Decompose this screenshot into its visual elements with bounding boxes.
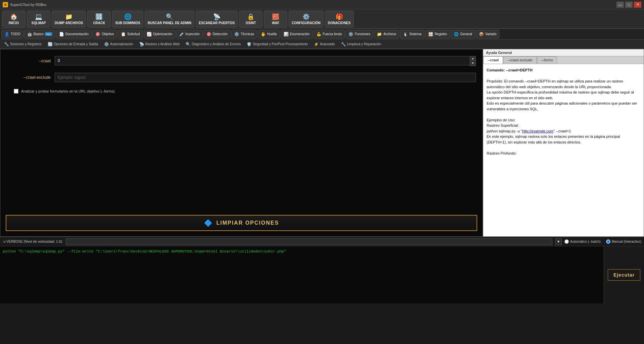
subtab-entrada-salida[interactable]: 🔄 Opciones de Entrada y Salida [45, 40, 101, 48]
forms-checkbox[interactable] [14, 89, 18, 94]
nav-escanear-label: ESCANEAR PUERTOS [199, 21, 235, 25]
forms-checkbox-label: Analizar y probar formularios en la URL … [21, 89, 115, 93]
tab-huella[interactable]: 🖐️ Huella [258, 30, 280, 39]
tab-optimizacion[interactable]: 📈 Optimización [144, 30, 176, 39]
tab-documentacion[interactable]: 📄 Documentación [56, 30, 92, 39]
home-icon: 🏠 [10, 13, 17, 20]
verbose-bar: -v VERBOSE (Nivel de verbosidad: 1-6): ▼… [0, 237, 644, 246]
tab-sistema[interactable]: 🐧 Sistema [400, 30, 425, 39]
help-examples-title: Ejemplos de Uso: [487, 117, 640, 123]
tab-objetivo[interactable]: 🎯 Objetivo [92, 30, 117, 39]
help-command-title: Comando: --crawl=DEPTH [487, 68, 533, 72]
help-title: Ayuda General [483, 49, 644, 56]
nav-donaciones-label: DONACIONES [328, 21, 351, 25]
osint-icon: 🔒 [247, 13, 254, 20]
tab-registro[interactable]: 🪟 Registro [425, 30, 450, 39]
subtab-automatizacion[interactable]: ⚙️ Automatización [101, 40, 136, 48]
example-link[interactable]: http://example.com [522, 129, 553, 133]
nav-inicio-label: INICIO [9, 21, 19, 25]
nav-sqlmap[interactable]: 💻 SQLMAP [27, 11, 50, 27]
verbose-label: -v VERBOSE (Nivel de verbosidad: 1-6): [3, 240, 63, 243]
verbose-input[interactable] [66, 238, 553, 245]
clear-options-button[interactable]: 🔷 LIMPIAR OPCIONES [6, 215, 477, 231]
config-icon: ⚙️ [302, 13, 310, 20]
waf-icon: 🧱 [272, 13, 279, 20]
dump-icon: 📁 [65, 13, 72, 20]
tab-fuerzabruta[interactable]: 💪 Fuerza bruta [313, 30, 345, 39]
nav-dump-label: DUMP ARCHIVOS [55, 21, 83, 25]
radio-manual-input[interactable] [606, 239, 610, 244]
nav-sqlmap-label: SQLMAP [32, 21, 46, 25]
radio-group: Automático (--batch) Manual (Interactivo… [564, 239, 641, 244]
command-text: python "C:\sqlmap\sqlmap.py" --file-writ… [0, 246, 604, 303]
subtab-avanzado[interactable]: ⚡ Avanzado [311, 40, 337, 48]
subtab-sesiones[interactable]: 🔧 Sesiones y Registros [1, 40, 44, 48]
nav-subdominios-label: SUB DOMINIOS [115, 21, 140, 25]
crack-icon: 🔢 [95, 13, 103, 20]
help-para-1: Propósito: El comando --crawl=DEPTH en s… [487, 78, 640, 90]
help-shallow-title: Rastreo Superficial: [487, 123, 640, 128]
subtabs-bar: 🔧 Sesiones y Registros 🔄 Opciones de Ent… [0, 40, 644, 49]
help-tab-crawl-exclude[interactable]: --crawl-exclude [503, 56, 537, 64]
nav-buscar[interactable]: 🔍 BUSCAR PANEL DE ADMIN [145, 11, 194, 27]
tab-deteccion[interactable]: 🎯 Detección [203, 30, 231, 39]
radio-manual-label: Manual (Interactivo) [612, 240, 641, 243]
left-panel: --crawl ▲ ▼ --crawl-exclude Analizar y p… [0, 49, 483, 237]
crawl-spinner[interactable]: ▲ ▼ [55, 56, 476, 66]
command-content: python "C:\sqlmap\sqlmap.py" --file-writ… [3, 249, 286, 253]
nav-donaciones[interactable]: 🎁 DONACIONES [325, 11, 354, 27]
spin-up-button[interactable]: ▲ [470, 56, 476, 61]
verbose-dropdown-button[interactable]: ▼ [555, 238, 562, 245]
top-nav: 🏠 INICIO 💻 SQLMAP 📁 DUMP ARCHIVOS 🔢 CRAC… [0, 9, 644, 29]
maximize-button[interactable]: □ [625, 2, 633, 8]
crawl-exclude-input[interactable] [55, 73, 476, 82]
radio-automatico-input[interactable] [564, 239, 569, 244]
donaciones-icon: 🎁 [336, 13, 343, 20]
crawl-input[interactable] [55, 56, 470, 65]
right-panel: Ayuda General --crawl --crawl-exclude --… [483, 49, 644, 237]
help-para-3: Esto es especialmente útil para descubri… [487, 101, 640, 112]
bottom-area: -v VERBOSE (Nivel de verbosidad: 1-6): ▼… [0, 237, 644, 303]
tab-general[interactable]: 🌐 General [451, 30, 475, 39]
nav-config[interactable]: ⚙️ CONFIGURACIÓN [289, 11, 324, 27]
eraser-icon: 🔷 [204, 219, 213, 227]
nav-osint-label: OSINT [246, 21, 256, 25]
tab-todo[interactable]: 👤 TODO [1, 30, 23, 39]
subtab-rastreo[interactable]: 📡 Rastreo y Análisis Web [137, 40, 183, 48]
nav-escanear[interactable]: 📡 ESCANEAR PUERTOS [196, 11, 238, 27]
tab-funciones[interactable]: ⚙️ Funciones [345, 30, 373, 39]
minimize-button[interactable]: — [616, 2, 624, 8]
execute-button[interactable]: Ejecutar [608, 269, 640, 281]
radio-automatico[interactable]: Automático (--batch) [564, 239, 601, 244]
nav-waf[interactable]: 🧱 WAF [264, 11, 287, 27]
tab-solicitud[interactable]: 📋 Solicitud [118, 30, 143, 39]
help-shallow-cmd: python sqlmap.py -u "http://example.com"… [487, 128, 640, 134]
nav-inicio[interactable]: 🏠 INICIO [2, 11, 26, 27]
close-button[interactable]: ✕ [634, 2, 641, 8]
subtab-limpieza[interactable]: 🔧 Limpieza y Reparación [338, 40, 384, 48]
subtab-seguridad[interactable]: 🛡️ Seguridad y Pre/Post Procesamiento [244, 40, 310, 48]
spin-down-button[interactable]: ▼ [470, 61, 476, 66]
nav-dump[interactable]: 📁 DUMP ARCHIVOS [52, 11, 86, 27]
subtab-diagnostico[interactable]: 🔍 Diagnóstico y Análisis de Errores [183, 40, 243, 48]
tab-archivos[interactable]: 📁 Archivos [374, 30, 399, 39]
nav-subdominios[interactable]: 🌐 SUB DOMINIOS [112, 11, 143, 27]
main-content: --crawl ▲ ▼ --crawl-exclude Analizar y p… [0, 49, 644, 237]
tab-variado[interactable]: 📦 Variado [476, 30, 500, 39]
clear-btn-row: 🔷 LIMPIAR OPCIONES [6, 215, 477, 231]
tab-enumeracion[interactable]: 📊 Enumeración [281, 30, 313, 39]
clear-btn-label: LIMPIAR OPCIONES [216, 220, 279, 226]
title-bar-controls[interactable]: — □ ✕ [616, 2, 641, 8]
sqlmap-icon: 💻 [35, 13, 42, 20]
help-tab-crawl[interactable]: --crawl [483, 56, 503, 64]
help-tab-forms[interactable]: --forms [537, 56, 557, 64]
tab-inyeccion[interactable]: 💉 Inyección [176, 30, 203, 39]
title-bar-left: S SuperGTool by R0$hu [3, 2, 46, 7]
radio-automatico-label: Automático (--batch) [570, 240, 601, 243]
nav-crack[interactable]: 🔢 CRACK [87, 11, 111, 27]
radio-manual[interactable]: Manual (Interactivo) [606, 239, 641, 244]
escanear-icon: 📡 [213, 13, 220, 20]
tab-tecnicas[interactable]: ⚙️ Técnicas [231, 30, 257, 39]
nav-osint[interactable]: 🔒 OSINT [239, 11, 262, 27]
tab-basico[interactable]: 🤖 Basico SQL [24, 30, 55, 39]
